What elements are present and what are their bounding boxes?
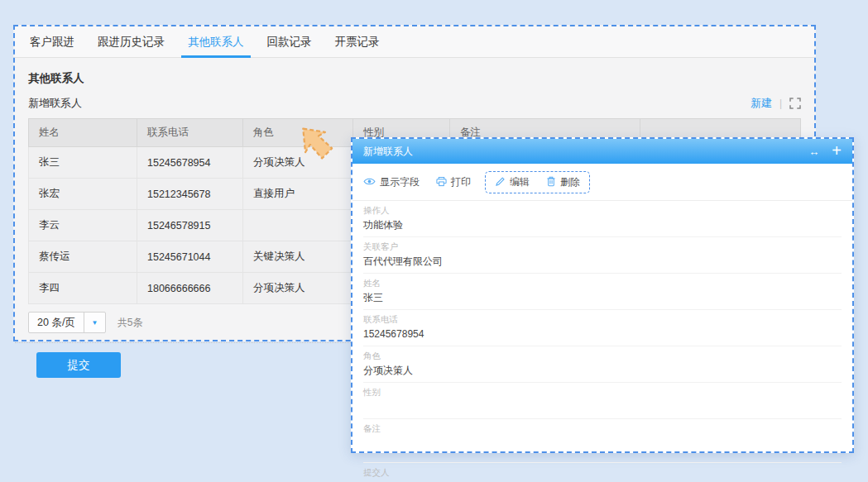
detail-fields: 操作人 功能体验 关联客户 百代代理有限公司 姓名 张三 联系电话 152456…	[352, 201, 852, 482]
field-label: 提交人	[363, 467, 842, 479]
cell-role[interactable]: 直接用户	[243, 179, 353, 210]
edit-delete-group: 编辑 删除	[485, 171, 590, 193]
col-header-name: 姓名	[29, 119, 137, 147]
field-value	[363, 401, 842, 413]
action-separator: |	[779, 98, 782, 109]
dialog-title: 新增联系人	[363, 145, 413, 159]
field-gender: 性别	[363, 383, 842, 419]
page-size-value: 20 条/页	[29, 313, 84, 332]
field-remark: 备注	[363, 419, 842, 463]
cell-phone[interactable]: 15246578915	[137, 210, 243, 241]
cell-name[interactable]: 李四	[29, 273, 137, 304]
contact-detail-dialog: 新增联系人 ↔ + 显示字段 打印	[351, 137, 854, 453]
dialog-header[interactable]: 新增联系人 ↔ +	[352, 139, 852, 164]
tab-invoice-records[interactable]: 开票记录	[335, 26, 380, 57]
trash-icon	[546, 176, 556, 189]
field-operator: 操作人 功能体验	[363, 201, 842, 237]
cell-role[interactable]: 分项决策人	[243, 273, 353, 304]
field-value: 功能体验	[363, 219, 842, 231]
field-label: 姓名	[363, 278, 842, 289]
field-submitter: 提交人 功能体验	[363, 463, 842, 482]
col-header-phone: 联系电话	[137, 119, 243, 147]
field-label: 关联客户	[363, 241, 842, 253]
fullscreen-icon[interactable]	[789, 98, 801, 109]
hand-drawn-arrow-cursor	[290, 121, 341, 167]
eye-icon	[363, 177, 376, 189]
field-name: 姓名 张三	[363, 274, 842, 310]
submit-button[interactable]: 提交	[36, 352, 121, 378]
field-label: 备注	[363, 423, 842, 435]
edit-label: 编辑	[510, 175, 530, 189]
delete-label: 删除	[560, 175, 580, 189]
dialog-toolbar: 显示字段 打印 编辑	[352, 164, 852, 201]
cell-phone[interactable]: 15245671044	[137, 241, 243, 273]
cell-name[interactable]: 张宏	[29, 179, 137, 210]
section-title: 其他联系人	[28, 71, 801, 86]
field-value: 百代代理有限公司	[363, 255, 842, 268]
tab-payment-records[interactable]: 回款记录	[267, 26, 312, 57]
tab-follow-history[interactable]: 跟进历史记录	[98, 26, 165, 57]
field-value	[363, 437, 842, 457]
delete-button[interactable]: 删除	[546, 175, 580, 189]
edit-button[interactable]: 编辑	[495, 175, 530, 189]
cell-name[interactable]: 张三	[29, 147, 137, 179]
page-size-select[interactable]: 20 条/页 ▼	[28, 312, 106, 333]
tab-customer-follow[interactable]: 客户跟进	[30, 26, 74, 57]
printer-icon	[436, 176, 447, 189]
subsection-title: 新增联系人	[28, 96, 82, 111]
close-icon[interactable]: +	[832, 142, 842, 159]
field-label: 操作人	[363, 205, 842, 217]
pencil-icon	[495, 176, 506, 189]
field-value: 15245678954	[363, 328, 842, 341]
cell-name[interactable]: 李云	[29, 210, 137, 241]
print-button[interactable]: 打印	[436, 175, 471, 189]
cell-phone[interactable]: 15245678954	[137, 147, 243, 179]
chevron-down-icon[interactable]: ▼	[84, 313, 105, 332]
show-fields-label: 显示字段	[380, 175, 420, 189]
cell-name[interactable]: 蔡传运	[29, 241, 137, 273]
field-role: 角色 分项决策人	[363, 346, 842, 383]
field-value: 分项决策人	[363, 365, 842, 377]
field-related-customer: 关联客户 百代代理有限公司	[363, 237, 842, 274]
field-value: 张三	[363, 292, 842, 304]
total-count-label: 共5条	[117, 316, 143, 330]
expand-horizontal-icon[interactable]: ↔	[808, 146, 819, 157]
cell-role[interactable]	[243, 210, 353, 241]
cell-phone[interactable]: 15212345678	[137, 179, 243, 210]
print-label: 打印	[451, 175, 471, 189]
new-contact-button[interactable]: 新建	[751, 96, 772, 111]
field-label: 角色	[363, 351, 842, 362]
show-fields-button[interactable]: 显示字段	[363, 175, 420, 189]
tab-other-contacts[interactable]: 其他联系人	[188, 26, 244, 57]
cell-role[interactable]: 关键决策人	[243, 241, 353, 273]
field-phone: 联系电话 15245678954	[363, 310, 842, 346]
field-label: 联系电话	[363, 314, 842, 326]
field-label: 性别	[363, 387, 842, 398]
tab-bar: 客户跟进 跟进历史记录 其他联系人 回款记录 开票记录	[15, 26, 814, 58]
cell-phone[interactable]: 18066666666	[137, 273, 243, 304]
